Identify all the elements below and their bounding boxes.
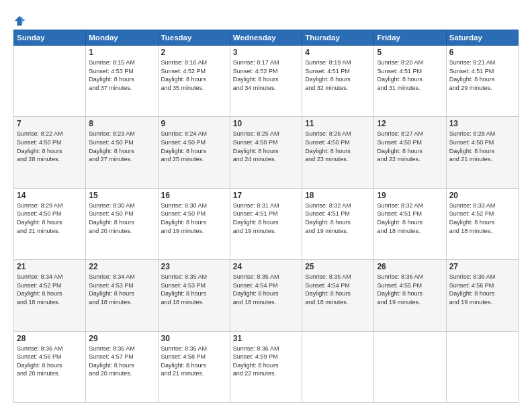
day-info: Sunrise: 8:36 AM Sunset: 4:59 PM Dayligh… [233, 345, 299, 378]
day-info: Sunrise: 8:15 AM Sunset: 4:53 PM Dayligh… [89, 58, 154, 92]
day-info: Sunrise: 8:25 AM Sunset: 4:50 PM Dayligh… [233, 130, 299, 163]
svg-marker-1 [21, 16, 26, 24]
calendar-cell: 28Sunrise: 8:36 AM Sunset: 4:56 PM Dayli… [14, 331, 86, 402]
calendar-cell: 27Sunrise: 8:36 AM Sunset: 4:56 PM Dayli… [446, 260, 518, 331]
day-number: 8 [89, 119, 154, 128]
day-info: Sunrise: 8:30 AM Sunset: 4:50 PM Dayligh… [89, 201, 154, 235]
day-number: 20 [449, 191, 515, 200]
calendar-cell: 19Sunrise: 8:32 AM Sunset: 4:51 PM Dayli… [374, 188, 446, 259]
column-header-monday: Monday [86, 30, 158, 46]
calendar-cell: 31Sunrise: 8:36 AM Sunset: 4:59 PM Dayli… [230, 331, 302, 402]
calendar-cell: 20Sunrise: 8:33 AM Sunset: 4:52 PM Dayli… [446, 188, 518, 259]
day-number: 9 [161, 119, 227, 128]
calendar-cell [446, 331, 518, 402]
calendar-cell: 3Sunrise: 8:17 AM Sunset: 4:52 PM Daylig… [230, 46, 302, 117]
day-number: 18 [305, 191, 371, 200]
calendar-week-row: 1Sunrise: 8:15 AM Sunset: 4:53 PM Daylig… [14, 46, 519, 117]
day-info: Sunrise: 8:26 AM Sunset: 4:50 PM Dayligh… [305, 130, 371, 163]
day-info: Sunrise: 8:30 AM Sunset: 4:50 PM Dayligh… [161, 201, 227, 235]
day-number: 30 [161, 334, 227, 343]
day-number: 25 [305, 262, 371, 271]
day-number: 3 [233, 48, 299, 57]
logo-icon [13, 15, 26, 27]
day-number: 12 [377, 119, 443, 128]
day-number: 10 [233, 119, 299, 128]
calendar-cell: 26Sunrise: 8:36 AM Sunset: 4:55 PM Dayli… [374, 260, 446, 331]
day-info: Sunrise: 8:19 AM Sunset: 4:51 PM Dayligh… [305, 58, 371, 92]
calendar-cell [302, 331, 374, 402]
column-header-friday: Friday [374, 30, 446, 46]
day-info: Sunrise: 8:34 AM Sunset: 4:53 PM Dayligh… [89, 273, 154, 306]
calendar-cell: 6Sunrise: 8:21 AM Sunset: 4:51 PM Daylig… [446, 46, 518, 117]
calendar-cell: 1Sunrise: 8:15 AM Sunset: 4:53 PM Daylig… [86, 46, 158, 117]
day-number: 24 [233, 262, 299, 271]
day-number: 6 [449, 48, 515, 57]
calendar-week-row: 28Sunrise: 8:36 AM Sunset: 4:56 PM Dayli… [14, 331, 519, 402]
day-number: 13 [449, 119, 515, 128]
column-header-sunday: Sunday [14, 30, 86, 46]
calendar-cell: 11Sunrise: 8:26 AM Sunset: 4:50 PM Dayli… [302, 117, 374, 188]
day-info: Sunrise: 8:17 AM Sunset: 4:52 PM Dayligh… [233, 58, 299, 92]
day-info: Sunrise: 8:20 AM Sunset: 4:51 PM Dayligh… [377, 58, 443, 92]
day-number: 26 [377, 262, 443, 271]
day-number: 27 [449, 262, 515, 271]
calendar-cell: 24Sunrise: 8:35 AM Sunset: 4:54 PM Dayli… [230, 260, 302, 331]
day-info: Sunrise: 8:21 AM Sunset: 4:51 PM Dayligh… [449, 58, 515, 92]
day-number: 11 [305, 119, 371, 128]
day-number: 29 [89, 334, 154, 343]
calendar-cell: 5Sunrise: 8:20 AM Sunset: 4:51 PM Daylig… [374, 46, 446, 117]
calendar-cell: 12Sunrise: 8:27 AM Sunset: 4:50 PM Dayli… [374, 117, 446, 188]
day-number: 1 [89, 48, 154, 57]
calendar-cell: 22Sunrise: 8:34 AM Sunset: 4:53 PM Dayli… [86, 260, 158, 331]
calendar-cell: 21Sunrise: 8:34 AM Sunset: 4:52 PM Dayli… [14, 260, 86, 331]
day-number: 22 [89, 262, 154, 271]
calendar-cell: 2Sunrise: 8:16 AM Sunset: 4:52 PM Daylig… [158, 46, 230, 117]
day-info: Sunrise: 8:32 AM Sunset: 4:51 PM Dayligh… [305, 201, 371, 235]
day-number: 19 [377, 191, 443, 200]
day-number: 23 [161, 262, 227, 271]
calendar-cell: 8Sunrise: 8:23 AM Sunset: 4:50 PM Daylig… [86, 117, 158, 188]
day-number: 17 [233, 191, 299, 200]
column-header-wednesday: Wednesday [230, 30, 302, 46]
day-info: Sunrise: 8:33 AM Sunset: 4:52 PM Dayligh… [449, 201, 515, 235]
day-info: Sunrise: 8:23 AM Sunset: 4:50 PM Dayligh… [89, 130, 154, 163]
day-info: Sunrise: 8:36 AM Sunset: 4:56 PM Dayligh… [449, 273, 515, 306]
calendar-cell: 23Sunrise: 8:35 AM Sunset: 4:53 PM Dayli… [158, 260, 230, 331]
calendar-cell: 4Sunrise: 8:19 AM Sunset: 4:51 PM Daylig… [302, 46, 374, 117]
calendar-cell: 7Sunrise: 8:22 AM Sunset: 4:50 PM Daylig… [14, 117, 86, 188]
day-info: Sunrise: 8:35 AM Sunset: 4:53 PM Dayligh… [161, 273, 227, 306]
column-header-thursday: Thursday [302, 30, 374, 46]
page: SundayMondayTuesdayWednesdayThursdayFrid… [0, 0, 532, 411]
calendar-week-row: 21Sunrise: 8:34 AM Sunset: 4:52 PM Dayli… [14, 260, 519, 331]
calendar-cell [14, 46, 86, 117]
day-number: 14 [17, 191, 83, 200]
day-number: 2 [161, 48, 227, 57]
day-number: 31 [233, 334, 299, 343]
calendar-cell: 18Sunrise: 8:32 AM Sunset: 4:51 PM Dayli… [302, 188, 374, 259]
day-info: Sunrise: 8:36 AM Sunset: 4:55 PM Dayligh… [377, 273, 443, 306]
calendar-header-row: SundayMondayTuesdayWednesdayThursdayFrid… [14, 30, 519, 46]
day-info: Sunrise: 8:24 AM Sunset: 4:50 PM Dayligh… [161, 130, 227, 163]
day-info: Sunrise: 8:29 AM Sunset: 4:50 PM Dayligh… [17, 201, 83, 235]
calendar-cell: 13Sunrise: 8:28 AM Sunset: 4:50 PM Dayli… [446, 117, 518, 188]
calendar-cell: 17Sunrise: 8:31 AM Sunset: 4:51 PM Dayli… [230, 188, 302, 259]
day-number: 4 [305, 48, 371, 57]
day-info: Sunrise: 8:22 AM Sunset: 4:50 PM Dayligh… [17, 130, 83, 163]
day-info: Sunrise: 8:36 AM Sunset: 4:58 PM Dayligh… [161, 345, 227, 378]
day-info: Sunrise: 8:31 AM Sunset: 4:51 PM Dayligh… [233, 201, 299, 235]
day-info: Sunrise: 8:35 AM Sunset: 4:54 PM Dayligh… [305, 273, 371, 306]
calendar-cell: 10Sunrise: 8:25 AM Sunset: 4:50 PM Dayli… [230, 117, 302, 188]
day-info: Sunrise: 8:27 AM Sunset: 4:50 PM Dayligh… [377, 130, 443, 163]
column-header-saturday: Saturday [446, 30, 518, 46]
calendar-table: SundayMondayTuesdayWednesdayThursdayFrid… [13, 30, 519, 403]
day-number: 16 [161, 191, 227, 200]
calendar-cell: 29Sunrise: 8:36 AM Sunset: 4:57 PM Dayli… [86, 331, 158, 402]
logo [13, 15, 28, 27]
header [13, 12, 519, 27]
day-info: Sunrise: 8:35 AM Sunset: 4:54 PM Dayligh… [233, 273, 299, 306]
day-number: 21 [17, 262, 83, 271]
calendar-week-row: 14Sunrise: 8:29 AM Sunset: 4:50 PM Dayli… [14, 188, 519, 259]
calendar-cell: 30Sunrise: 8:36 AM Sunset: 4:58 PM Dayli… [158, 331, 230, 402]
calendar-cell [374, 331, 446, 402]
calendar-week-row: 7Sunrise: 8:22 AM Sunset: 4:50 PM Daylig… [14, 117, 519, 188]
